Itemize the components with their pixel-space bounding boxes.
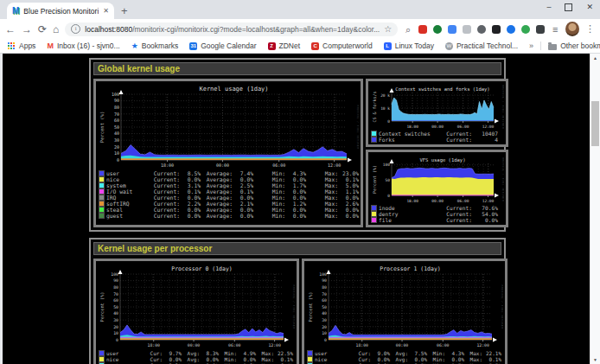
extension-blue-dot-icon[interactable] [507, 25, 515, 34]
legend-stat-value: 0.0% [180, 195, 201, 201]
site-icon: 31 [189, 42, 197, 50]
minimize-button[interactable]: – [546, 3, 551, 11]
tab-title: Blue Precision Monitorix [23, 7, 99, 16]
bookmark-item[interactable]: CComputerworld [311, 42, 373, 50]
legend-row-guest: guestCurrent:0.0%Average:0.0%Min:0.0%Max… [98, 213, 359, 219]
legend-stat-label: Cur: [144, 350, 163, 356]
window-close-button[interactable]: ✕ [586, 3, 593, 11]
kernel-usage-chart: Kernel usage (1day)Percent (%)0102030405… [98, 83, 359, 169]
extension-list-icon[interactable]: ≡ [551, 25, 559, 34]
scroll-down-icon[interactable]: ▼ [590, 355, 600, 364]
legend-stat-label: Current: [148, 213, 180, 219]
svg-text:12:00: 12:00 [482, 125, 495, 129]
extension-mask-icon[interactable] [477, 25, 486, 34]
legend-name: dentry [379, 211, 434, 217]
legend-stat-value: 0.0% [338, 207, 359, 213]
svg-text:00:00: 00:00 [431, 125, 444, 129]
bookmark-item[interactable]: ★Bookmarks [131, 42, 179, 50]
extension-frame-icon[interactable] [492, 25, 501, 34]
site-icon: C [311, 42, 319, 50]
legend-stat-value: 4.9% [237, 350, 256, 356]
bookmarks-bar: AppsMInbox (16) - sjvn0...★Bookmarks31Go… [0, 39, 600, 54]
bookmark-item[interactable]: WPractical Technol... [445, 42, 518, 50]
svg-text:0: 0 [324, 338, 327, 342]
svg-text:40: 40 [113, 311, 118, 316]
svg-text:80: 80 [114, 105, 119, 110]
site-favicon: M [12, 7, 19, 16]
address-bar[interactable]: i localhost:8080/monitorix-cgi/monitorix… [65, 22, 398, 36]
browser-tab[interactable]: M Blue Precision Monitorix ✕ [7, 3, 114, 19]
extension-mail-icon[interactable] [418, 25, 427, 34]
legend-swatch [99, 189, 104, 194]
page-info-icon[interactable]: i [71, 24, 80, 34]
page-scrollbar[interactable]: ▲ ▼ [590, 54, 600, 364]
legend-stat-value: 70.6% [472, 205, 498, 211]
extension-eco-icon[interactable] [433, 25, 442, 34]
processor-1-chart: Processor 1 (1day)Percent (%)01020304050… [306, 263, 503, 349]
extension-pages-icon[interactable] [448, 25, 456, 34]
forward-icon[interactable]: → [22, 24, 32, 35]
kernel-usage-legend: userCurrent:8.5%Average:7.4%Min:4.3%Max:… [98, 169, 359, 219]
window-controls: – ✕ [546, 3, 593, 11]
svg-text:12:00: 12:00 [482, 199, 495, 203]
reload-icon[interactable]: ⟳ [38, 24, 47, 35]
svg-text:90: 90 [322, 278, 327, 283]
svg-text:06:00: 06:00 [437, 343, 450, 348]
extension-pin-icon[interactable] [536, 25, 545, 34]
bookmark-star-icon[interactable]: ☆ [384, 24, 392, 34]
legend-name: steal [106, 207, 148, 213]
svg-text:70: 70 [114, 112, 119, 117]
bookmark-item[interactable]: LLinux Today [384, 42, 434, 50]
svg-text:06:00: 06:00 [457, 125, 469, 129]
legend-stat-value: 8.5% [180, 170, 201, 176]
legend-stat-label: Max: [306, 201, 338, 207]
tab-close-icon[interactable]: ✕ [103, 7, 109, 15]
extension-search-icon[interactable]: ⌕ [404, 25, 412, 34]
scroll-up-icon[interactable]: ▲ [590, 54, 600, 62]
legend-stat-label: Average: [201, 207, 233, 213]
bookmarks-right: » Other bookmarks [529, 42, 600, 50]
site-icon: W [445, 42, 453, 50]
legend-stat-label: Max: [306, 170, 338, 176]
svg-text:12:00: 12:00 [476, 343, 489, 348]
bookmarks-overflow-icon[interactable]: » [529, 42, 533, 50]
legend-stat-value: 0.0% [180, 207, 201, 213]
svg-text:RRDTOOL / TOBI OETIKER: RRDTOOL / TOBI OETIKER [292, 284, 296, 329]
bookmark-item[interactable]: MInbox (16) - sjvn0... [47, 42, 119, 50]
legend-stat-label: Min: [427, 350, 445, 356]
svg-text:90: 90 [113, 278, 118, 283]
svg-text:100: 100 [319, 272, 327, 277]
extension-gray-box-icon[interactable] [463, 25, 471, 34]
new-tab-button[interactable]: + [121, 5, 128, 17]
legend-stat-label: Current: [434, 211, 472, 217]
svg-text:40: 40 [114, 131, 119, 136]
legend-stat-value: 1.7% [285, 182, 306, 188]
home-icon[interactable]: ⌂ [53, 24, 59, 35]
url-host: localhost:8080 [85, 25, 132, 34]
other-bookmarks-button[interactable]: Other bookmarks [548, 42, 600, 50]
extension-green-dot-icon[interactable] [521, 25, 530, 34]
svg-text:RRDTOOL / TOBI OETIKER: RRDTOOL / TOBI OETIKER [501, 157, 505, 201]
legend-stat-label: Cur: [353, 350, 371, 356]
legend-stat-label: Current: [148, 195, 180, 201]
maximize-button[interactable] [565, 3, 572, 11]
legend-stat-value: 0.0% [200, 356, 219, 362]
bookmark-item[interactable]: ZZDNet [268, 42, 301, 50]
legend-stat-value: 23.0% [338, 170, 359, 176]
bookmark-item[interactable]: 31Google Calendar [189, 42, 256, 50]
letter-icon: M [47, 42, 54, 50]
back-icon[interactable]: ← [5, 24, 16, 35]
section-title: Global kernel usage [93, 62, 501, 75]
bookmark-item[interactable]: Apps [7, 42, 35, 50]
svg-text:80: 80 [322, 285, 327, 290]
legend-row-user: userCurrent:8.5%Average:7.4%Min:4.3%Max:… [98, 170, 359, 176]
legend-stat-value: 0.0% [233, 213, 253, 219]
legend-stat-label: Max: [464, 356, 482, 362]
url-text: localhost:8080/monitorix-cgi/monitorix.c… [85, 25, 380, 34]
legend-stat-value: 8.3% [200, 350, 219, 356]
legend-stat-label: Current: [434, 205, 472, 211]
scrollbar-thumb[interactable] [591, 101, 599, 146]
profile-avatar[interactable] [565, 22, 579, 36]
svg-text:18:00: 18:00 [406, 199, 418, 203]
browser-menu-icon[interactable]: ⋮ [585, 23, 595, 35]
